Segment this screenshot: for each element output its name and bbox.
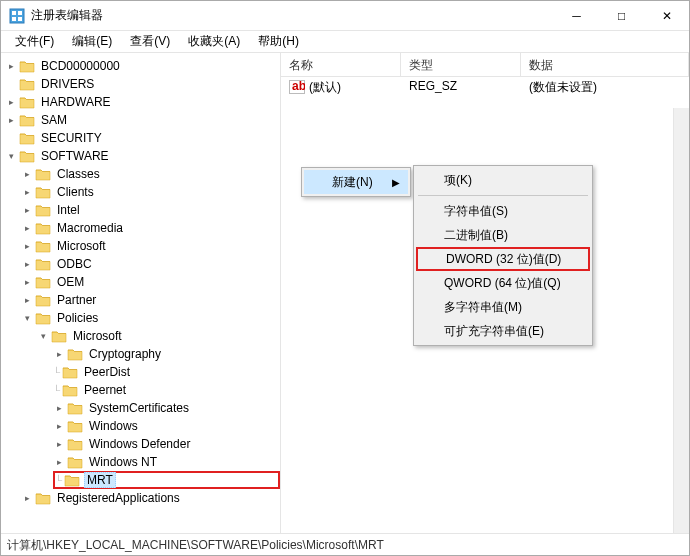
folder-icon xyxy=(62,383,78,397)
folder-icon xyxy=(35,257,51,271)
collapse-icon[interactable]: ▾ xyxy=(5,150,17,162)
collapse-icon[interactable]: ▾ xyxy=(37,330,49,342)
expand-icon[interactable]: ▸ xyxy=(21,168,33,180)
col-name-header[interactable]: 名称 xyxy=(281,53,401,76)
tree-node-systemcertificates[interactable]: ▸SystemCertificates xyxy=(53,399,280,417)
folder-icon xyxy=(67,347,83,361)
expand-icon[interactable]: ▸ xyxy=(53,456,65,468)
expand-icon[interactable]: ▸ xyxy=(21,258,33,270)
menu-file[interactable]: 文件(F) xyxy=(7,31,62,52)
ctx-new-dword[interactable]: DWORD (32 位)值(D) xyxy=(416,247,590,271)
tree-pane[interactable]: ▸BCD00000000 DRIVERS ▸HARDWARE ▸SAM SECU… xyxy=(1,53,281,533)
submenu-arrow-icon: ▶ xyxy=(392,177,400,188)
col-data-header[interactable]: 数据 xyxy=(521,53,689,76)
expand-icon[interactable]: ▸ xyxy=(21,276,33,288)
folder-icon xyxy=(19,59,35,73)
tree-node-policies-microsoft[interactable]: ▾Microsoft xyxy=(37,327,280,345)
expand-icon[interactable]: ▸ xyxy=(5,60,17,72)
minimize-button[interactable]: ─ xyxy=(554,1,599,31)
tree-node-hardware[interactable]: ▸HARDWARE xyxy=(5,93,280,111)
tree-node-microsoft[interactable]: ▸Microsoft xyxy=(21,237,280,255)
expand-icon[interactable]: ▸ xyxy=(21,186,33,198)
app-icon xyxy=(9,8,25,24)
title-bar: 注册表编辑器 ─ □ ✕ xyxy=(1,1,689,31)
menu-view[interactable]: 查看(V) xyxy=(122,31,178,52)
expand-icon[interactable]: ▸ xyxy=(21,222,33,234)
value-list-pane[interactable]: 名称 类型 数据 (默认) REG_SZ (数值未设置) 新建(N) ▶ 项(K… xyxy=(281,53,689,533)
tree-node-security[interactable]: SECURITY xyxy=(5,129,280,147)
menu-bar: 文件(F) 编辑(E) 查看(V) 收藏夹(A) 帮助(H) xyxy=(1,31,689,53)
context-submenu-new: 项(K) 字符串值(S) 二进制值(B) DWORD (32 位)值(D) QW… xyxy=(413,165,593,346)
folder-icon xyxy=(67,437,83,451)
tree-node-partner[interactable]: ▸Partner xyxy=(21,291,280,309)
expand-icon[interactable]: ▸ xyxy=(21,204,33,216)
menu-favorites[interactable]: 收藏夹(A) xyxy=(180,31,248,52)
menu-edit[interactable]: 编辑(E) xyxy=(64,31,120,52)
tree-node-intel[interactable]: ▸Intel xyxy=(21,201,280,219)
string-value-icon xyxy=(289,80,305,94)
status-bar: 计算机\HKEY_LOCAL_MACHINE\SOFTWARE\Policies… xyxy=(1,533,689,555)
folder-icon xyxy=(67,401,83,415)
expand-icon[interactable]: ▸ xyxy=(21,240,33,252)
tree-node-windows[interactable]: ▸Windows xyxy=(53,417,280,435)
folder-icon xyxy=(35,491,51,505)
menu-help[interactable]: 帮助(H) xyxy=(250,31,307,52)
folder-icon xyxy=(35,185,51,199)
folder-icon xyxy=(19,149,35,163)
tree-node-cryptography[interactable]: ▸Cryptography xyxy=(53,345,280,363)
folder-icon xyxy=(35,275,51,289)
tree-node-bcd[interactable]: ▸BCD00000000 xyxy=(5,57,280,75)
tree-node-peernet[interactable]: └Peernet xyxy=(53,381,280,399)
close-button[interactable]: ✕ xyxy=(644,1,689,31)
expand-icon[interactable]: ▸ xyxy=(53,420,65,432)
folder-icon xyxy=(35,239,51,253)
ctx-new-binary[interactable]: 二进制值(B) xyxy=(416,223,590,247)
tree-node-peerdist[interactable]: └PeerDist xyxy=(53,363,280,381)
expand-icon[interactable]: ▸ xyxy=(53,438,65,450)
expand-icon[interactable]: ▸ xyxy=(21,294,33,306)
tree-node-registeredapplications[interactable]: ▸RegisteredApplications xyxy=(21,489,280,507)
col-type-header[interactable]: 类型 xyxy=(401,53,521,76)
tree-node-clients[interactable]: ▸Clients xyxy=(21,183,280,201)
ctx-new-string[interactable]: 字符串值(S) xyxy=(416,199,590,223)
value-row-default[interactable]: (默认) REG_SZ (数值未设置) xyxy=(281,77,689,97)
folder-icon xyxy=(35,167,51,181)
tree-node-windows-defender[interactable]: ▸Windows Defender xyxy=(53,435,280,453)
ctx-new-key[interactable]: 项(K) xyxy=(416,168,590,192)
expand-icon[interactable]: ▸ xyxy=(5,114,17,126)
expand-icon[interactable]: ▸ xyxy=(53,402,65,414)
tree-node-oem[interactable]: ▸OEM xyxy=(21,273,280,291)
folder-icon xyxy=(67,419,83,433)
tree-node-classes[interactable]: ▸Classes xyxy=(21,165,280,183)
tree-node-policies[interactable]: ▾Policies xyxy=(21,309,280,327)
value-data: (数值未设置) xyxy=(521,77,689,97)
tree-node-software[interactable]: ▾SOFTWARE xyxy=(5,147,280,165)
ctx-new[interactable]: 新建(N) ▶ xyxy=(304,170,408,194)
folder-icon xyxy=(51,329,67,343)
list-header: 名称 类型 数据 xyxy=(281,53,689,77)
ctx-new-qword[interactable]: QWORD (64 位)值(Q) xyxy=(416,271,590,295)
ctx-new-multistring[interactable]: 多字符串值(M) xyxy=(416,295,590,319)
ctx-new-expandstring[interactable]: 可扩充字符串值(E) xyxy=(416,319,590,343)
tree-node-mrt[interactable]: └MRT xyxy=(53,471,280,489)
menu-separator xyxy=(418,195,588,196)
expand-icon[interactable]: ▸ xyxy=(21,492,33,504)
window-title: 注册表编辑器 xyxy=(31,7,554,24)
folder-icon xyxy=(19,95,35,109)
value-name: (默认) xyxy=(309,79,341,96)
folder-icon xyxy=(64,473,80,487)
vertical-scrollbar[interactable] xyxy=(673,108,689,533)
folder-icon xyxy=(19,113,35,127)
tree-node-drivers[interactable]: DRIVERS xyxy=(5,75,280,93)
maximize-button[interactable]: □ xyxy=(599,1,644,31)
tree-node-sam[interactable]: ▸SAM xyxy=(5,111,280,129)
expand-icon[interactable]: ▸ xyxy=(5,96,17,108)
tree-node-odbc[interactable]: ▸ODBC xyxy=(21,255,280,273)
expand-icon[interactable]: ▸ xyxy=(53,348,65,360)
collapse-icon[interactable]: ▾ xyxy=(21,312,33,324)
folder-icon xyxy=(35,311,51,325)
folder-icon xyxy=(62,365,78,379)
tree-node-macromedia[interactable]: ▸Macromedia xyxy=(21,219,280,237)
tree-node-windows-nt[interactable]: ▸Windows NT xyxy=(53,453,280,471)
value-type: REG_SZ xyxy=(401,77,521,97)
